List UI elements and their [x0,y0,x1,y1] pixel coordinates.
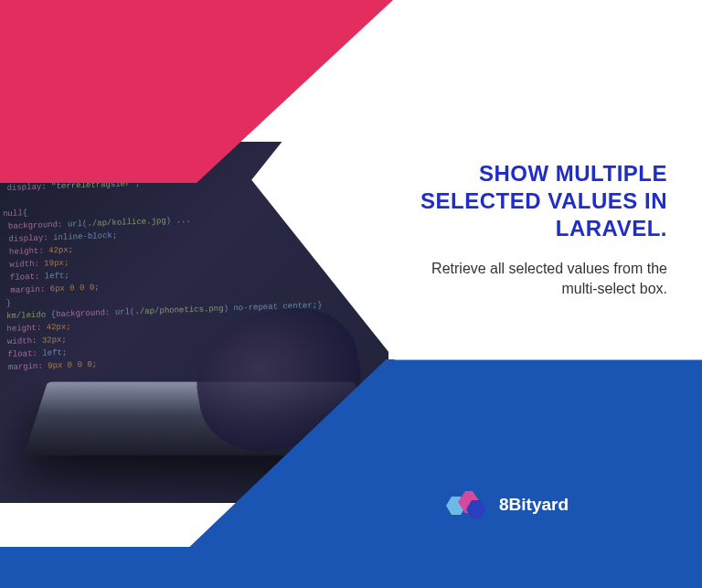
text-block: SHOW MULTIPLE SELECTED VALUES IN LARAVEL… [393,160,667,300]
promo-card: -size: 2px; background: url(./ap/kollice… [0,0,702,588]
brand-logo-icon [444,487,486,522]
brand-name: 8Bityard [499,495,569,515]
subheading: Retrieve all selected values from the mu… [393,259,667,300]
heading: SHOW MULTIPLE SELECTED VALUES IN LARAVEL… [393,160,667,242]
brand-footer: 8Bityard [444,487,569,522]
